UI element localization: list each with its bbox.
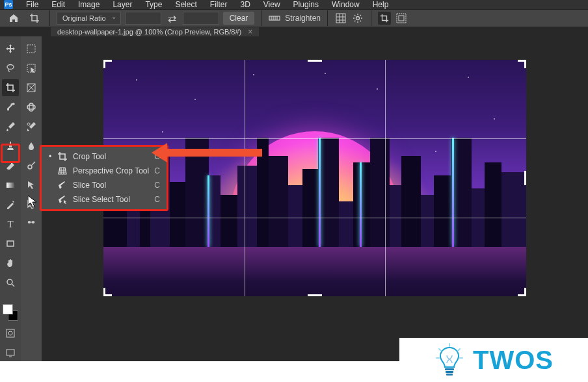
crop-handle[interactable]	[524, 171, 526, 185]
menu-help[interactable]: Help	[366, 0, 395, 9]
clear-button[interactable]: Clear	[223, 12, 255, 25]
svg-rect-7	[7, 241, 14, 246]
lightbulb-icon	[434, 342, 465, 377]
foreground-color-swatch[interactable]	[3, 304, 13, 314]
flyout-item-label: Crop Tool	[73, 152, 149, 161]
crop-tool-icon[interactable]	[26, 10, 43, 27]
history-brush-tool-icon[interactable]	[23, 118, 40, 135]
gradient-tool-icon[interactable]	[2, 177, 19, 194]
marquee-tool-icon[interactable]	[23, 40, 40, 57]
crop-grid-line	[385, 60, 386, 296]
crop-handle[interactable]	[103, 288, 105, 296]
dodge-tool-icon[interactable]	[23, 157, 40, 174]
menu-type[interactable]: Type	[139, 0, 168, 9]
crop-tool-flyout: • Crop Tool C Perspective Crop Tool C	[40, 145, 168, 211]
twos-watermark-text: TWOS	[473, 346, 554, 375]
twos-watermark: TWOS	[399, 338, 588, 382]
crop-handle[interactable]	[308, 60, 322, 62]
flyout-item-slice[interactable]: Slice Tool C	[42, 178, 167, 192]
crop-icon	[57, 152, 68, 161]
mouse-cursor-icon	[28, 196, 37, 210]
crop-grid-line	[245, 60, 245, 296]
flyout-item-shortcut: C	[154, 195, 160, 204]
home-icon[interactable]	[5, 10, 22, 27]
svg-rect-0	[269, 16, 280, 20]
svg-point-5	[7, 65, 14, 70]
flyout-item-slice-select[interactable]: Slice Select Tool C	[42, 192, 167, 207]
crop-width-field[interactable]	[125, 12, 161, 25]
slice-icon	[57, 181, 68, 190]
delete-cropped-icon[interactable]	[378, 12, 391, 25]
grid-overlay-icon[interactable]	[334, 12, 347, 25]
menu-file[interactable]: File	[20, 0, 45, 9]
menu-layer[interactable]: Layer	[106, 0, 139, 9]
svg-rect-19	[445, 368, 454, 370]
document-tab[interactable]: desktop-wallpaper-1.jpg @ 100% (Crop Pre…	[51, 27, 259, 36]
blur-tool-icon[interactable]	[23, 138, 40, 155]
svg-rect-21	[446, 374, 453, 376]
slice-select-icon	[57, 195, 68, 204]
hand-tool-icon[interactable]	[2, 255, 19, 272]
svg-point-18	[28, 165, 32, 169]
crop-handle[interactable]	[308, 294, 322, 296]
crop-ratio-dropdown[interactable]: Original Ratio	[57, 12, 121, 25]
custom-shape-tool-icon[interactable]	[23, 216, 40, 233]
svg-rect-16	[27, 105, 35, 109]
flyout-item-perspective-crop[interactable]: Perspective Crop Tool C	[42, 164, 167, 178]
menubar: Ps File Edit Image Layer Type Select Fil…	[0, 0, 588, 10]
flyout-item-label: Slice Tool	[73, 181, 149, 190]
menu-image[interactable]: Image	[72, 0, 106, 9]
svg-rect-11	[7, 350, 14, 355]
content-aware-icon[interactable]	[395, 12, 408, 25]
move-tool-icon[interactable]	[2, 40, 19, 57]
eyedropper-tool-icon[interactable]	[2, 99, 19, 116]
crop-handle[interactable]	[524, 288, 526, 296]
frame-tool-icon[interactable]	[23, 79, 40, 96]
svg-rect-1	[336, 14, 345, 23]
svg-point-8	[7, 279, 12, 285]
perspective-crop-icon	[57, 166, 68, 175]
svg-rect-4	[399, 16, 404, 21]
svg-rect-20	[446, 371, 453, 373]
menu-filter[interactable]: Filter	[204, 0, 234, 9]
swap-dimensions-icon[interactable]: ⇄	[165, 12, 179, 25]
document-tab-title: desktop-wallpaper-1.jpg @ 100% (Crop Pre…	[57, 28, 241, 36]
menu-edit[interactable]: Edit	[45, 0, 72, 9]
menu-3d[interactable]: 3D	[234, 0, 256, 9]
menu-select[interactable]: Select	[168, 0, 203, 9]
close-tab-icon[interactable]: ×	[248, 27, 252, 36]
settings-gear-icon[interactable]	[351, 12, 364, 25]
path-select-tool-icon[interactable]	[23, 177, 40, 194]
svg-rect-12	[27, 45, 35, 53]
brush-tool-icon[interactable]	[2, 118, 19, 135]
crop-grid-line	[103, 218, 526, 218]
crop-handle[interactable]	[103, 60, 105, 68]
flyout-item-shortcut: C	[154, 166, 160, 175]
crop-grid-line	[103, 138, 526, 139]
clone-stamp-tool-icon[interactable]	[2, 138, 19, 155]
eraser-tool-icon[interactable]	[2, 157, 19, 174]
menu-window[interactable]: Window	[325, 0, 366, 9]
pen-tool-icon[interactable]	[2, 196, 19, 213]
straighten-icon[interactable]	[268, 12, 281, 25]
quick-mask-icon[interactable]	[2, 325, 19, 342]
svg-point-17	[27, 123, 30, 125]
crop-tool-icon[interactable]	[2, 79, 19, 96]
zoom-tool-icon[interactable]	[2, 274, 19, 291]
menu-view[interactable]: View	[257, 0, 287, 9]
screen-mode-icon[interactable]	[2, 344, 19, 361]
spot-heal-tool-icon[interactable]	[23, 99, 40, 116]
menu-plugins[interactable]: Plugins	[287, 0, 325, 9]
crop-handle[interactable]	[524, 60, 526, 68]
text-tool-icon[interactable]: T	[2, 216, 19, 233]
svg-point-2	[356, 17, 360, 20]
object-select-tool-icon[interactable]	[23, 60, 40, 77]
crop-height-field[interactable]	[183, 12, 219, 25]
document-tabbar: desktop-wallpaper-1.jpg @ 100% (Crop Pre…	[0, 27, 588, 36]
toolbar-left: T	[0, 36, 21, 361]
rectangle-tool-icon[interactable]	[2, 235, 19, 252]
lasso-tool-icon[interactable]	[2, 60, 19, 77]
color-swatches[interactable]	[1, 303, 20, 322]
flyout-item-label: Slice Select Tool	[73, 195, 149, 204]
flyout-item-crop[interactable]: • Crop Tool C	[42, 149, 167, 164]
